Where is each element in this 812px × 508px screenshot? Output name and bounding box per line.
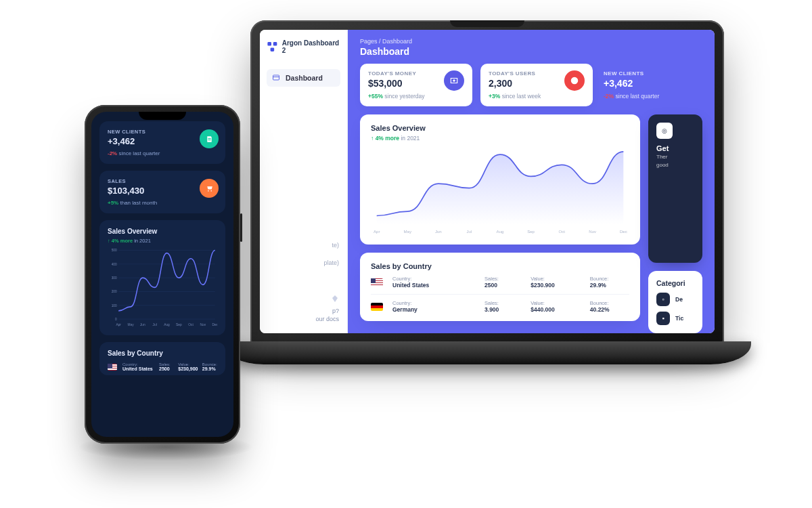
svg-text:Dec: Dec xyxy=(212,322,217,326)
stat-card-money[interactable]: TODAY'S MONEY $53,000 +55% since yesterd… xyxy=(360,64,472,106)
card-title: Sales Overview xyxy=(371,124,629,132)
sales-overview-chart: 0100200300400500AprMayJunJulAugSepOctNov… xyxy=(108,247,217,328)
svg-text:May: May xyxy=(127,322,134,326)
sales-by-country-card: Sales by Country Country:United States S… xyxy=(360,253,640,321)
sales-overview-card: Sales Overview ↑ 4% more in 2021 xyxy=(360,114,640,245)
svg-text:500: 500 xyxy=(112,248,117,252)
svg-point-17 xyxy=(208,190,209,191)
brand-name: Argon Dashboard 2 xyxy=(282,39,340,54)
stat-label: TODAY'S USERS xyxy=(489,70,541,77)
card-title: Sales by Country xyxy=(108,350,217,357)
svg-text:300: 300 xyxy=(112,276,117,280)
svg-text:100: 100 xyxy=(112,303,117,307)
sales-by-country-card: Sales by Country Country:United States S… xyxy=(99,342,225,375)
table-row[interactable]: Country:United States Sales:2500 Value:$… xyxy=(108,362,217,371)
stat-delta: -2% xyxy=(604,93,614,100)
sales-overview-chart: AprMayJunJulAugSepOctNovDec xyxy=(371,147,629,235)
stat-label: NEW CLIENTS xyxy=(604,70,659,77)
svg-text:Oct: Oct xyxy=(188,322,194,326)
stat-cards-row: TODAY'S MONEY $53,000 +55% since yesterd… xyxy=(348,64,715,106)
flag-de-icon xyxy=(371,303,383,311)
card-title: Sales Overview xyxy=(108,228,217,235)
svg-text:Oct: Oct xyxy=(558,230,565,234)
clients-icon xyxy=(200,129,219,148)
sales-overview-card: Sales Overview ↑ 4% more in 2021 0100200… xyxy=(99,220,225,335)
svg-text:200: 200 xyxy=(112,289,117,293)
svg-text:Aug: Aug xyxy=(497,230,504,234)
laptop-base xyxy=(223,341,751,364)
ticket-icon: ▪ xyxy=(656,312,670,325)
stat-delta: +3% xyxy=(489,93,500,100)
sidebar-item-label: Dashboard xyxy=(286,74,323,82)
svg-text:May: May xyxy=(404,230,412,234)
brand-logo-icon xyxy=(267,41,278,53)
svg-rect-1 xyxy=(273,42,277,46)
stat-delta: +55% xyxy=(368,93,383,100)
rocket-icon: ◎ xyxy=(656,123,673,139)
stat-card-clients[interactable]: NEW CLIENTS +3,462 -2% since last quarte… xyxy=(99,121,225,164)
cart-icon xyxy=(200,179,219,198)
sidebar-item-dashboard[interactable]: Dashboard xyxy=(267,69,340,87)
stat-value: $53,000 xyxy=(368,78,424,89)
svg-text:Jun: Jun xyxy=(435,230,442,234)
svg-rect-15 xyxy=(208,137,210,138)
promo-title: Get xyxy=(656,144,702,152)
main-panel: Pages / Dashboard Dashboard TODAY'S MONE… xyxy=(348,30,715,333)
card-title: Sales by Country xyxy=(371,262,629,270)
svg-text:Sep: Sep xyxy=(176,322,182,326)
phone-camera-notch xyxy=(139,112,186,120)
svg-point-18 xyxy=(210,190,212,191)
sidebar: Argon Dashboard 2 Dashboard te) plate) xyxy=(260,30,348,333)
svg-rect-0 xyxy=(267,42,271,46)
globe-icon xyxy=(564,70,585,91)
svg-text:Apr: Apr xyxy=(374,230,380,234)
svg-text:400: 400 xyxy=(112,261,117,266)
trend-up-icon: ↑ xyxy=(371,135,376,142)
page-header: Pages / Dashboard Dashboard xyxy=(348,30,715,64)
svg-text:Sep: Sep xyxy=(527,230,535,234)
table-row[interactable]: Country:United States Sales:2500 Value:$… xyxy=(371,270,629,295)
svg-text:Dec: Dec xyxy=(620,230,627,234)
svg-text:Jun: Jun xyxy=(140,322,145,326)
svg-text:Nov: Nov xyxy=(200,322,206,326)
svg-text:Nov: Nov xyxy=(589,230,597,234)
diamond-icon xyxy=(331,295,339,303)
flag-us-icon xyxy=(108,364,117,371)
svg-point-4 xyxy=(453,79,455,82)
stat-value: 2,300 xyxy=(489,78,541,89)
laptop-mockup: Argon Dashboard 2 Dashboard te) plate) xyxy=(237,20,738,400)
sidebar-help-footer: te) plate) p? our docs xyxy=(260,234,347,333)
svg-text:Jul: Jul xyxy=(467,230,472,234)
svg-rect-3 xyxy=(273,75,279,80)
breadcrumb[interactable]: Pages / Dashboard xyxy=(360,38,702,45)
flag-us-icon xyxy=(371,278,383,287)
svg-text:Aug: Aug xyxy=(164,322,170,326)
dashboard-icon xyxy=(272,74,280,82)
money-icon xyxy=(444,70,464,91)
stat-delta: -2% xyxy=(108,150,117,156)
laptop-frame: Argon Dashboard 2 Dashboard te) plate) xyxy=(250,20,724,345)
svg-rect-16 xyxy=(208,140,210,140)
page-title: Dashboard xyxy=(360,46,702,57)
table-row[interactable]: Country:Germany Sales:3.900 Value:$440.0… xyxy=(371,295,629,318)
stat-card-users[interactable]: TODAY'S USERS 2,300 +3% since last week xyxy=(480,64,593,106)
stat-card-clients[interactable]: NEW CLIENTS +3,462 -2% since last quarte… xyxy=(601,64,702,106)
svg-text:0: 0 xyxy=(115,317,117,321)
svg-text:Apr: Apr xyxy=(116,322,121,326)
card-title: Categori xyxy=(656,279,702,287)
phone-mockup: NEW CLIENTS +3,462 -2% since last quarte… xyxy=(85,105,240,444)
stat-card-sales[interactable]: SALES $103,430 +5% than last month xyxy=(99,171,225,213)
laptop-camera-notch xyxy=(450,20,524,27)
promo-card[interactable]: ◎ Get Ther good xyxy=(648,114,702,263)
stat-value: +3,462 xyxy=(604,78,659,89)
categories-card: Categori ▫ De ▪ Tic xyxy=(648,271,702,333)
list-item[interactable]: ▫ De xyxy=(656,293,702,306)
device-icon: ▫ xyxy=(656,293,670,306)
brand[interactable]: Argon Dashboard 2 xyxy=(260,30,347,66)
stat-delta: +5% xyxy=(108,200,118,206)
stat-label: TODAY'S MONEY xyxy=(368,70,424,77)
svg-rect-2 xyxy=(271,47,275,51)
svg-text:Jul: Jul xyxy=(153,322,157,326)
list-item[interactable]: ▪ Tic xyxy=(656,312,702,325)
